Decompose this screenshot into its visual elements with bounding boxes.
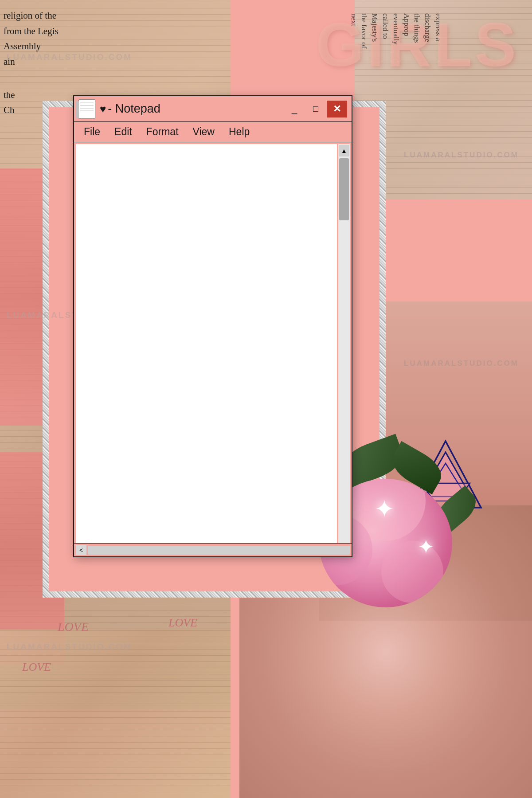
h-scroll-track[interactable] [88,546,350,555]
scroll-up-arrow[interactable]: ▲ [339,145,349,156]
notepad-icon [78,99,95,119]
sparkle-star-2: ✦ [418,535,434,559]
np-rotated-line3: the things [412,13,422,137]
love-text-2: LOVE [22,661,51,674]
title-heart-icon: ♥ [100,103,106,115]
notebook-line [80,102,94,103]
watermark-5: LUAMARALSTUDIO.COM [404,359,519,368]
np-line2: from the Legis [4,23,101,39]
h-scroll-left-btn[interactable]: < [76,545,86,555]
notebook-spine [76,101,79,118]
menu-bar: File Edit Format View Help [74,122,352,142]
notebook-lines-container [80,102,94,111]
notebook-line [80,108,94,109]
title-text: - Notepad [108,102,284,116]
np-rotated-line5: eventually [391,13,401,137]
collage-bottom-left-lines [0,630,231,798]
np-line1: religion of the [4,8,101,23]
menu-view[interactable]: View [186,124,222,140]
sparkle-star-1: ✦ [374,495,395,523]
notebook-line [80,105,94,106]
menu-edit[interactable]: Edit [107,124,139,140]
love-text-1: LOVE [58,620,89,634]
notebook-line [80,110,94,111]
np-line3: Assembly [4,39,101,54]
love-text-3: LOVE [168,616,197,630]
watermark-3: LUAMARALSTUDIO.COM [404,151,519,160]
np-rotated-line4: Approp [401,13,412,137]
close-button[interactable]: ✕ [327,101,347,117]
np-rotated-line2: discharge [422,13,433,137]
watermark-4: LUAMARALSTUDIO.COM [7,642,132,652]
vertical-scrollbar[interactable]: ▲ [338,144,350,543]
title-bar: ♥ - Notepad _ □ ✕ [74,96,352,122]
minimize-button[interactable]: _ [284,101,305,117]
window-controls: _ □ ✕ [284,101,347,117]
menu-file[interactable]: File [77,124,107,140]
horizontal-scrollbar: < [74,543,352,556]
menu-help[interactable]: Help [222,124,257,140]
watermark-1: LUAMARALSTUDIO.COM [7,52,132,62]
scroll-thumb[interactable] [339,158,349,220]
notepad-textarea[interactable] [76,144,337,543]
content-wrapper: ▲ [74,142,352,543]
menu-format[interactable]: Format [139,124,186,140]
np-rotated-line1: express a [433,13,443,137]
maximize-button[interactable]: □ [305,101,326,117]
notepad-window: ♥ - Notepad _ □ ✕ File Edit Format View … [73,95,352,557]
